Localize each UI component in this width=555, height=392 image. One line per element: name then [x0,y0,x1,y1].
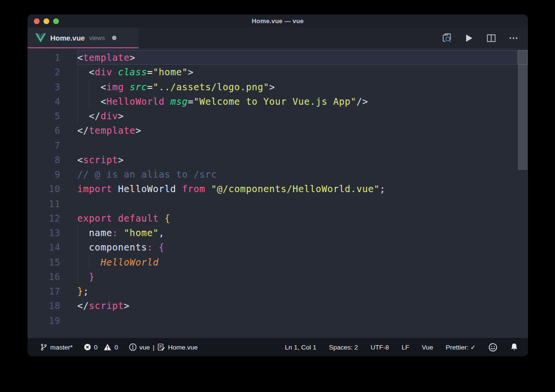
code-token: template [89,125,135,136]
code-line[interactable]: 14 components: { [28,240,528,254]
code-line[interactable]: 12export default { [28,211,528,225]
encoding-setting[interactable]: UTF-8 [370,344,389,351]
indentation-setting[interactable]: Spaces: 2 [329,344,358,351]
code-token: } [89,271,95,282]
code-line[interactable]: 13 name: "home", [28,225,528,240]
line-number[interactable]: 6 [28,123,60,138]
run-button[interactable] [461,30,477,46]
code-line[interactable]: 19 [28,313,528,328]
code-text: } [77,269,517,284]
code-line[interactable]: 7 [28,138,528,153]
code-token: = [147,82,153,92]
code-text: <img src="../assets/logo.png"> [77,80,517,94]
code-token: script [83,154,118,165]
active-file-name: Home.vue [168,344,198,351]
scrollbar-thumb[interactable] [518,50,527,170]
eol-setting[interactable]: LF [401,344,409,351]
code-line[interactable]: 16 } [28,269,528,284]
code-editor[interactable]: 1<template>2 <div class="home">3 <img sr… [28,48,528,338]
code-text: </script> [77,298,517,313]
feedback-smiley-icon[interactable] [488,343,498,352]
code-line[interactable]: 6</template> [28,123,528,138]
code-line[interactable]: 1<template> [28,50,528,65]
indent-guide [77,109,78,123]
code-line[interactable]: 5 </div> [28,109,528,123]
unsaved-changes-icon[interactable] [112,36,116,40]
indent-guide [77,225,78,240]
minimize-window-button[interactable] [43,18,49,24]
vertical-scrollbar[interactable] [517,48,528,338]
indent-guide [89,80,89,94]
code-line[interactable]: 2 <div class="home"> [28,65,528,79]
code-text: // @ is an alias to /src [77,167,517,182]
line-number[interactable]: 9 [28,167,60,182]
line-number[interactable]: 3 [28,80,60,94]
code-line[interactable]: 18</script> [28,298,528,313]
code-line[interactable]: 3 <img src="../assets/logo.png"> [28,80,528,94]
line-number[interactable]: 2 [28,65,60,79]
code-line[interactable]: 8<script> [28,153,528,167]
code-line[interactable]: 4 <HelloWorld msg="Welcome to Your Vue.j… [28,94,528,109]
git-branch-status[interactable]: master* [40,343,73,351]
split-editor-button[interactable] [484,30,499,46]
line-number[interactable]: 18 [28,298,60,313]
cursor-position[interactable]: Ln 1, Col 1 [285,344,316,351]
formatter-status[interactable]: Prettier: ✓ [446,343,476,351]
code-token: default [118,213,158,224]
code-token: "../assets/logo.png" [153,82,270,92]
line-number[interactable]: 14 [28,240,60,254]
line-number[interactable]: 5 [28,109,60,123]
line-number[interactable]: 4 [28,94,60,109]
line-number[interactable]: 11 [28,196,60,211]
code-token [112,67,118,77]
code-token: ; [83,286,89,296]
zoom-window-button[interactable] [53,18,59,24]
more-actions-button[interactable] [506,30,521,46]
status-bar-left: master* 0 [40,343,198,351]
branch-name: master* [50,344,73,351]
code-token: components [77,242,147,252]
code-token: HelloWorld [112,183,182,194]
code-token [124,82,129,92]
code-token: </ [77,300,89,311]
line-number[interactable]: 17 [28,284,60,298]
language-mode[interactable]: Vue [422,344,433,351]
line-number[interactable]: 19 [28,313,60,328]
notifications-bell-icon[interactable] [510,343,518,351]
code-lines: 1<template>2 <div class="home">3 <img sr… [28,48,528,328]
tab-home-vue[interactable]: Home.vue views [28,28,139,48]
code-token: div [100,111,118,121]
code-token: { [165,213,171,224]
title-bar[interactable]: Home.vue — vue [28,14,528,28]
indent-guide [77,80,78,94]
code-line[interactable]: 9// @ is an alias to /src [28,167,528,182]
code-token [205,183,211,194]
code-line[interactable]: 17}; [28,284,528,298]
line-number[interactable]: 12 [28,211,60,225]
line-number[interactable]: 1 [28,50,60,65]
code-token: </ [77,111,100,121]
indent-guide [77,65,78,79]
line-number[interactable]: 8 [28,153,60,167]
line-number[interactable]: 10 [28,182,60,196]
status-bar: master* 0 [28,338,528,356]
open-preview-button[interactable] [439,30,455,46]
code-line[interactable]: 10import HelloWorld from "@/components/H… [28,182,528,196]
code-token: < [77,154,83,165]
line-number[interactable]: 7 [28,138,60,153]
line-number[interactable]: 13 [28,225,60,240]
traffic-lights [34,14,59,28]
overview-ruler-cursor-marker [518,50,527,65]
editor-actions [439,28,528,48]
problems-status[interactable]: 0 0 [84,343,118,351]
close-window-button[interactable] [34,18,40,24]
line-number[interactable]: 16 [28,269,60,284]
code-line[interactable]: 15 HelloWorld [28,255,528,269]
code-line[interactable]: 11 [28,196,528,211]
code-token: , [159,227,165,238]
line-number[interactable]: 15 [28,255,60,269]
code-token: img [106,82,124,92]
code-token: script [89,300,124,311]
linter-status[interactable]: vue | Home.vue [129,343,198,351]
code-token: > [188,67,194,77]
